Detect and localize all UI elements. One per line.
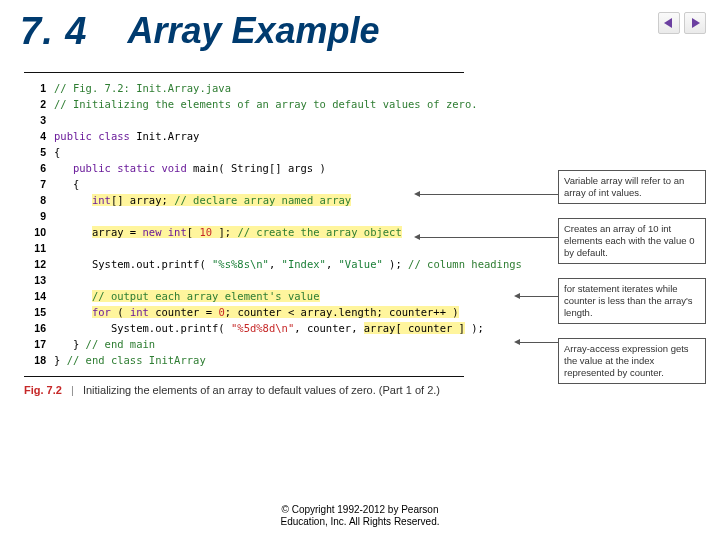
code-token: int — [92, 194, 111, 206]
line-number: 11 — [24, 240, 46, 256]
code-token: array = — [92, 226, 143, 238]
code-line: 5{ — [24, 144, 554, 160]
line-number: 12 — [24, 256, 46, 272]
code-token — [54, 242, 60, 254]
slide-title: Array Example — [127, 10, 379, 52]
caption-label: Fig. 7.2 — [24, 384, 62, 396]
annotation-box: Creates an array of 10 int elements each… — [558, 218, 706, 264]
code-line: 7 { — [24, 176, 554, 192]
svg-marker-1 — [692, 18, 700, 28]
code-line: 16 System.out.printf( "%5d%8d\n", counte… — [24, 320, 554, 336]
code-token: , counter, — [294, 322, 364, 334]
code-token — [54, 162, 73, 174]
annotation-box: for statement iterates while counter is … — [558, 278, 706, 324]
code-token: ); — [383, 258, 408, 270]
code-token: // create the array object — [237, 226, 401, 238]
line-number: 7 — [24, 176, 46, 192]
code-token: // column headings — [408, 258, 522, 270]
code-token: // declare array named array — [174, 194, 351, 206]
code-token: // Initializing the elements of an array… — [54, 98, 478, 110]
code-token: ]; — [212, 226, 237, 238]
code-token: [] array; — [111, 194, 174, 206]
code-line: 17 } // end main — [24, 336, 554, 352]
annotation-arrow — [420, 237, 558, 238]
code-token: System.out.printf( — [54, 258, 212, 270]
code-token: System.out.printf( — [54, 322, 231, 334]
rule-bottom — [24, 376, 464, 377]
svg-marker-0 — [664, 18, 672, 28]
code-listing: 1// Fig. 7.2: Init.Array.java2// Initial… — [24, 80, 554, 368]
code-token — [54, 226, 92, 238]
line-number: 5 — [24, 144, 46, 160]
code-token: // Fig. 7.2: Init.Array.java — [54, 82, 231, 94]
rule-top — [24, 72, 464, 73]
line-number: 14 — [24, 288, 46, 304]
code-token: for — [92, 306, 117, 318]
line-number: 9 — [24, 208, 46, 224]
code-line: 13 — [24, 272, 554, 288]
code-token: , — [269, 258, 282, 270]
code-line: 6 public static void main( String[] args… — [24, 160, 554, 176]
code-token: // end class InitArray — [67, 354, 206, 366]
code-token: int — [130, 306, 155, 318]
line-number: 8 — [24, 192, 46, 208]
code-token: [ — [187, 226, 200, 238]
code-token — [54, 114, 60, 126]
code-line: 15 for ( int counter = 0; counter < arra… — [24, 304, 554, 320]
prev-slide-button[interactable] — [658, 12, 680, 34]
code-line: 4public class Init.Array — [24, 128, 554, 144]
code-token — [54, 194, 92, 206]
code-token: } — [54, 338, 86, 350]
code-token: { — [54, 146, 60, 158]
code-token — [54, 274, 60, 286]
copyright-notice: © Copyright 1992-2012 by Pearson Educati… — [0, 504, 720, 528]
copyright-line2: Education, Inc. All Rights Reserved. — [0, 516, 720, 528]
annotation-arrow — [520, 342, 558, 343]
code-token: "Value" — [339, 258, 383, 270]
code-token: array.length — [301, 306, 377, 318]
line-number: 13 — [24, 272, 46, 288]
section-number: 7. 4 — [20, 10, 87, 53]
prev-triangle-icon — [663, 17, 675, 29]
code-token: "%5d%8d\n" — [231, 322, 294, 334]
line-number: 15 — [24, 304, 46, 320]
annotation-arrow — [420, 194, 558, 195]
code-token: new int — [143, 226, 187, 238]
line-number: 17 — [24, 336, 46, 352]
code-line: 3 — [24, 112, 554, 128]
code-token: ); — [465, 322, 484, 334]
code-token — [54, 290, 92, 302]
code-token — [54, 306, 92, 318]
code-line: 14 // output each array element's value — [24, 288, 554, 304]
next-slide-button[interactable] — [684, 12, 706, 34]
line-number: 6 — [24, 160, 46, 176]
code-line: 9 — [24, 208, 554, 224]
code-token: // end main — [86, 338, 156, 350]
code-line: 18} // end class InitArray — [24, 352, 554, 368]
nav-controls — [658, 12, 706, 34]
caption-text: Initializing the elements of an array to… — [83, 384, 440, 396]
line-number: 4 — [24, 128, 46, 144]
code-token: 0 — [218, 306, 224, 318]
code-token: public static void — [73, 162, 193, 174]
code-token: counter = — [155, 306, 218, 318]
code-line: 11 — [24, 240, 554, 256]
annotation-box: Variable array will refer to an array of… — [558, 170, 706, 204]
code-token: ; counter++ ) — [376, 306, 458, 318]
code-token: // output each array element's value — [92, 290, 320, 302]
code-token: "Index" — [282, 258, 326, 270]
code-token: 10 — [199, 226, 212, 238]
code-token: main( String[] args ) — [193, 162, 326, 174]
code-line: 1// Fig. 7.2: Init.Array.java — [24, 80, 554, 96]
line-number: 3 — [24, 112, 46, 128]
figure-caption: Fig. 7.2 | Initializing the elements of … — [24, 384, 440, 396]
annotation-arrow — [520, 296, 558, 297]
slide-header: 7. 4 Array Example — [0, 0, 720, 53]
code-line: 2// Initializing the elements of an arra… — [24, 96, 554, 112]
annotation-box: Array-access expression gets the value a… — [558, 338, 706, 384]
code-token: Init.Array — [136, 130, 199, 142]
line-number: 2 — [24, 96, 46, 112]
code-token: "%s%8s\n" — [212, 258, 269, 270]
line-number: 18 — [24, 352, 46, 368]
caption-separator: | — [71, 384, 74, 396]
